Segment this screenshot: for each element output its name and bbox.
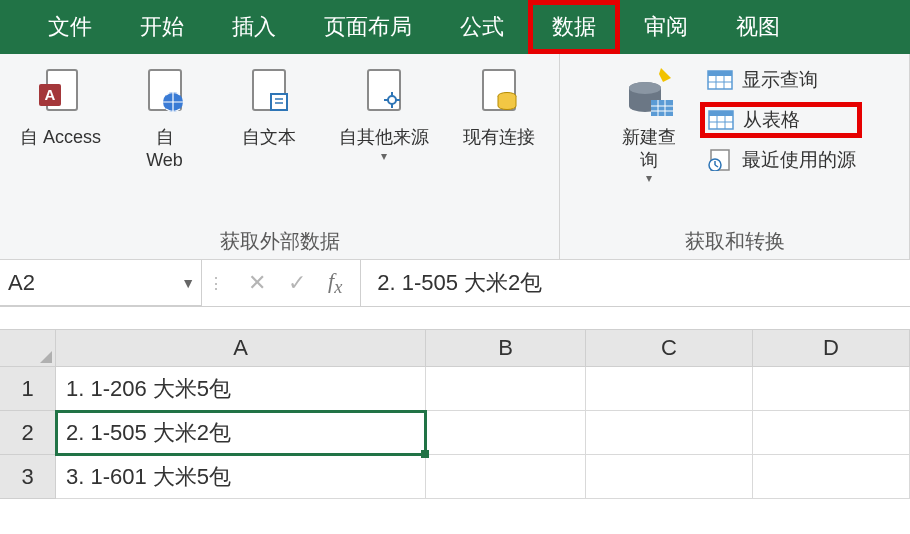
from-text-label: 自文本: [242, 126, 296, 149]
cell-D3[interactable]: [753, 455, 910, 499]
show-queries-button[interactable]: 显示查询: [700, 64, 862, 96]
new-query-button[interactable]: 新建查 询 ▾: [608, 62, 690, 185]
row-header-1[interactable]: 1: [0, 367, 56, 411]
from-other-button[interactable]: 自其他来源 ▾: [329, 62, 439, 163]
row-header-2[interactable]: 2: [0, 411, 56, 455]
ribbon-group-get-transform: 新建查 询 ▾ 显示查询 从表格: [560, 54, 910, 259]
chevron-down-icon: ▾: [646, 171, 652, 185]
ribbon-body: A 自 Access 自 Web 自文本 自其他来源: [0, 54, 910, 260]
group-label-external-data: 获取外部数据: [220, 224, 340, 255]
from-access-button[interactable]: A 自 Access: [17, 62, 105, 149]
formula-bar-buttons: ✕ ✓ fx: [230, 260, 361, 306]
tab-home[interactable]: 开始: [116, 0, 208, 54]
svg-rect-25: [708, 71, 732, 76]
cancel-icon[interactable]: ✕: [248, 270, 266, 296]
cell-D2[interactable]: [753, 411, 910, 455]
existing-connections-icon: [471, 62, 527, 122]
tab-layout[interactable]: 页面布局: [300, 0, 436, 54]
name-box-value: A2: [8, 270, 35, 296]
cell-B1[interactable]: [426, 367, 586, 411]
col-header-B[interactable]: B: [426, 330, 586, 367]
tab-view[interactable]: 视图: [712, 0, 804, 54]
col-header-C[interactable]: C: [586, 330, 753, 367]
text-file-icon: [241, 62, 297, 122]
formula-value: 2. 1-505 大米2包: [377, 268, 542, 298]
cell-D1[interactable]: [753, 367, 910, 411]
svg-point-18: [629, 82, 661, 94]
formula-input[interactable]: 2. 1-505 大米2包: [361, 260, 910, 306]
web-icon: [137, 62, 193, 122]
col-header-A[interactable]: A: [56, 330, 426, 367]
existing-connections-button[interactable]: 现有连接: [455, 62, 543, 149]
cell-A2[interactable]: 2. 1-505 大米2包: [56, 411, 426, 455]
tab-formulas[interactable]: 公式: [436, 0, 528, 54]
chevron-down-icon: ▾: [381, 149, 387, 163]
fx-icon[interactable]: fx: [328, 268, 342, 298]
svg-rect-6: [271, 94, 287, 110]
recent-sources-button[interactable]: 最近使用的源: [700, 144, 862, 176]
tab-review[interactable]: 审阅: [620, 0, 712, 54]
from-web-label: 自 Web: [146, 126, 183, 171]
new-query-label: 新建查 询: [622, 126, 676, 171]
access-icon: A: [33, 62, 89, 122]
from-table-icon: [707, 108, 735, 132]
ribbon-tabs: 文件 开始 插入 页面布局 公式 数据 审阅 视图: [0, 0, 910, 54]
cell-C3[interactable]: [586, 455, 753, 499]
from-text-button[interactable]: 自文本: [225, 62, 313, 149]
from-table-label: 从表格: [743, 107, 800, 133]
group-label-get-transform: 获取和转换: [685, 224, 785, 255]
cell-A1[interactable]: 1. 1-206 大米5包: [56, 367, 426, 411]
svg-rect-19: [651, 100, 673, 116]
recent-sources-label: 最近使用的源: [742, 147, 856, 173]
ribbon-group-external-data: A 自 Access 自 Web 自文本 自其他来源: [0, 54, 560, 259]
chevron-down-icon[interactable]: ▼: [181, 275, 195, 291]
cell-B3[interactable]: [426, 455, 586, 499]
name-box[interactable]: A2 ▼: [0, 260, 202, 306]
existing-connections-label: 现有连接: [463, 126, 535, 149]
svg-rect-9: [368, 70, 400, 110]
tab-data[interactable]: 数据: [528, 0, 620, 54]
select-all-corner[interactable]: [0, 330, 56, 367]
cell-C1[interactable]: [586, 367, 753, 411]
svg-text:A: A: [44, 86, 55, 103]
tab-file[interactable]: 文件: [24, 0, 116, 54]
from-web-button[interactable]: 自 Web: [121, 62, 209, 171]
from-access-label: 自 Access: [20, 126, 101, 149]
svg-rect-30: [709, 111, 733, 116]
other-sources-icon: [356, 62, 412, 122]
show-queries-label: 显示查询: [742, 67, 818, 93]
cell-C2[interactable]: [586, 411, 753, 455]
confirm-icon[interactable]: ✓: [288, 270, 306, 296]
cell-A3[interactable]: 3. 1-601 大米5包: [56, 455, 426, 499]
recent-sources-icon: [706, 148, 734, 172]
from-table-button[interactable]: 从表格: [700, 102, 862, 138]
spreadsheet-grid: A B C D 1 1. 1-206 大米5包 2 2. 1-505 大米2包 …: [0, 329, 910, 499]
from-other-label: 自其他来源: [339, 126, 429, 149]
formula-bar: A2 ▼ ⋮ ✕ ✓ fx 2. 1-505 大米2包: [0, 260, 910, 307]
tab-insert[interactable]: 插入: [208, 0, 300, 54]
col-header-D[interactable]: D: [753, 330, 910, 367]
cell-B2[interactable]: [426, 411, 586, 455]
show-queries-icon: [706, 68, 734, 92]
row-header-3[interactable]: 3: [0, 455, 56, 499]
new-query-icon: [621, 62, 677, 122]
separator: ⋮: [202, 260, 230, 306]
